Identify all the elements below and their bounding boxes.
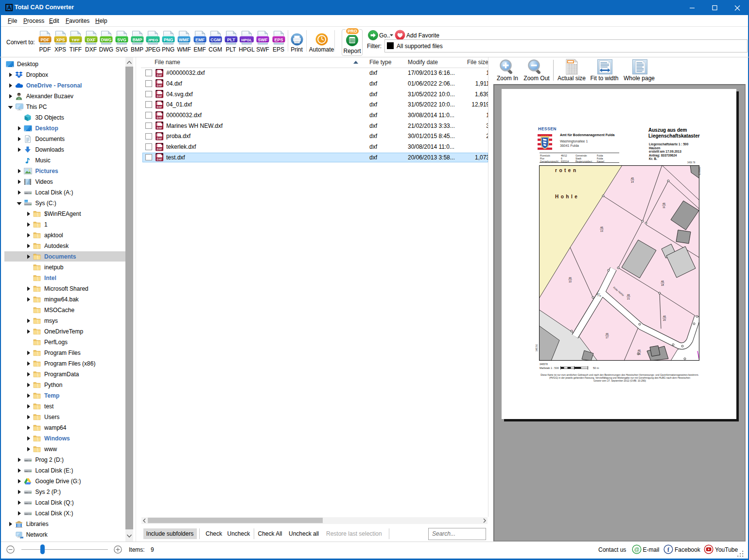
svg-text:46: 46 <box>569 277 572 280</box>
svg-text:PDF: PDF <box>41 37 50 42</box>
svg-text:10: 10 <box>569 280 572 282</box>
svg-text:EPS: EPS <box>274 37 283 42</box>
svg-text:18: 18 <box>661 283 664 286</box>
svg-text:46: 46 <box>638 349 641 352</box>
svg-text:PLT: PLT <box>227 37 235 42</box>
svg-text:17: 17 <box>606 335 609 338</box>
svg-text:CGM: CGM <box>210 37 221 42</box>
svg-text:DXF: DXF <box>157 95 163 98</box>
svg-text:46: 46 <box>627 294 630 297</box>
svg-text:SWF: SWF <box>258 37 268 42</box>
svg-text:DXF: DXF <box>157 126 163 129</box>
svg-text:DXF: DXF <box>157 137 163 140</box>
svg-text:46: 46 <box>661 280 664 283</box>
svg-text:46: 46 <box>600 226 603 229</box>
svg-text:46: 46 <box>662 202 665 205</box>
svg-text:DXF: DXF <box>157 147 163 150</box>
svg-text:JPEG: JPEG <box>148 38 158 42</box>
svg-text:DWG: DWG <box>101 37 112 42</box>
svg-text:21: 21 <box>627 297 630 299</box>
svg-text:16: 16 <box>638 352 641 355</box>
svg-text:SVG: SVG <box>117 37 126 42</box>
svg-text:EMF: EMF <box>195 37 205 42</box>
svg-text:14: 14 <box>631 180 634 183</box>
svg-text:HPGL: HPGL <box>241 38 252 42</box>
svg-text:46: 46 <box>606 332 609 335</box>
svg-text:BMP: BMP <box>132 37 142 42</box>
svg-text:@: @ <box>634 546 639 552</box>
svg-text:Hohle: Hohle <box>555 194 579 199</box>
svg-text:TIFF: TIFF <box>71 38 80 42</box>
svg-text:45: 45 <box>631 177 634 180</box>
svg-text:WMF: WMF <box>179 37 190 42</box>
svg-text:PNG: PNG <box>163 37 173 42</box>
svg-text:DXF: DXF <box>157 158 163 161</box>
svg-text:DXF: DXF <box>157 73 163 76</box>
svg-text:XPS: XPS <box>56 37 65 42</box>
svg-text:DXF: DXF <box>87 37 96 42</box>
svg-text:DXF: DXF <box>157 116 163 119</box>
svg-text:roten: roten <box>555 168 578 173</box>
svg-text:13: 13 <box>600 229 603 232</box>
svg-text:DXF: DXF <box>157 84 163 87</box>
svg-text:11: 11 <box>662 205 665 208</box>
svg-text:46: 46 <box>663 315 666 318</box>
svg-text:DXF: DXF <box>157 105 163 108</box>
svg-text:20: 20 <box>663 318 666 321</box>
